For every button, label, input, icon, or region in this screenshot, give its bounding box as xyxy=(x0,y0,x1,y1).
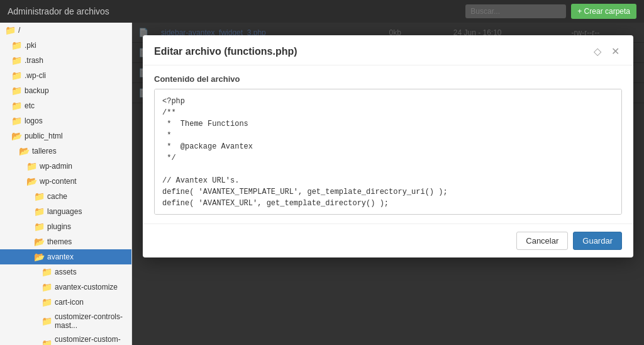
sidebar-item-languages[interactable]: 📁 languages xyxy=(0,204,131,219)
edit-file-modal: Editar archivo (functions.php) ◇ ✕ Conte… xyxy=(143,35,633,257)
folder-icon: 📁 xyxy=(42,316,52,326)
modal-header-icons: ◇ ✕ xyxy=(591,44,622,59)
top-bar: Administrador de archivos + Crear carpet… xyxy=(0,0,644,23)
sidebar-item-plugins[interactable]: 📁 plugins xyxy=(0,219,131,234)
folder-icon: 📁 xyxy=(34,206,45,217)
sidebar-item-customizer-controls[interactable]: 📁 customizer-controls-mast... xyxy=(0,310,131,332)
sidebar-item-public-html[interactable]: 📂 public_html xyxy=(0,128,131,144)
sidebar-item-avantex[interactable]: 📂 avantex xyxy=(0,249,131,264)
folder-icon: 📁 xyxy=(34,191,45,201)
app-title: Administrador de archivos xyxy=(8,6,109,16)
modal-close-button[interactable]: ✕ xyxy=(609,44,622,59)
sidebar-item-root[interactable]: 📁 / xyxy=(0,23,131,38)
modal-section-label: Contenido del archivo xyxy=(154,74,622,84)
folder-icon: 📁 xyxy=(26,161,37,171)
cancel-button[interactable]: Cancelar xyxy=(516,232,568,250)
sidebar-item-customizer-custom[interactable]: 📁 customizer-custom-contro... xyxy=(0,332,131,345)
folder-icon: 📁 xyxy=(11,71,22,81)
modal-overlay: Editar archivo (functions.php) ◇ ✕ Conte… xyxy=(132,23,644,345)
modal-footer: Cancelar Guardar xyxy=(143,223,633,257)
folder-icon: 📁 xyxy=(11,101,22,111)
modal-body: Contenido del archivo xyxy=(143,65,633,223)
modal-title: Editar archivo (functions.php) xyxy=(154,46,297,57)
folder-icon: 📁 xyxy=(11,55,22,65)
folder-icon: 📁 xyxy=(42,282,52,292)
sidebar: 📁 / 📁 .pki 📁 .trash 📁 .wp-cli 📁 backup 📁… xyxy=(0,23,132,345)
modal-code-icon[interactable]: ◇ xyxy=(591,44,604,59)
sidebar-item-pki[interactable]: 📁 .pki xyxy=(0,38,131,53)
folder-icon: 📁 xyxy=(11,86,22,96)
code-editor[interactable] xyxy=(154,89,622,215)
folder-open-icon: 📁 xyxy=(5,25,16,35)
folder-icon: 📁 xyxy=(11,116,22,126)
sidebar-item-assets[interactable]: 📁 assets xyxy=(0,264,131,280)
sidebar-item-themes[interactable]: 📂 themes xyxy=(0,234,131,249)
create-folder-button[interactable]: + Crear carpeta xyxy=(571,4,636,19)
sidebar-item-wp-admin[interactable]: 📁 wp-admin xyxy=(0,159,131,174)
folder-open-icon: 📂 xyxy=(34,237,45,247)
main-layout: 📁 / 📁 .pki 📁 .trash 📁 .wp-cli 📁 backup 📁… xyxy=(0,23,644,345)
sidebar-item-avantex-customize[interactable]: 📁 avantex-customize xyxy=(0,280,131,295)
folder-icon: 📁 xyxy=(11,40,22,50)
folder-icon: 📁 xyxy=(42,339,52,345)
sidebar-item-trash[interactable]: 📁 .trash xyxy=(0,53,131,68)
folder-open-icon: 📂 xyxy=(34,252,45,262)
sidebar-item-wpcli[interactable]: 📁 .wp-cli xyxy=(0,68,131,83)
sidebar-item-backup[interactable]: 📁 backup xyxy=(0,83,131,98)
sidebar-item-etc[interactable]: 📁 etc xyxy=(0,98,131,113)
save-button[interactable]: Guardar xyxy=(573,232,622,250)
sidebar-item-wp-content[interactable]: 📂 wp-content xyxy=(0,174,131,189)
sidebar-item-logos[interactable]: 📁 logos xyxy=(0,113,131,128)
folder-open-icon: 📂 xyxy=(11,131,22,141)
folder-icon: 📁 xyxy=(42,267,52,277)
modal-header: Editar archivo (functions.php) ◇ ✕ xyxy=(143,35,633,65)
search-input[interactable] xyxy=(465,4,566,18)
folder-open-icon: 📂 xyxy=(26,176,37,186)
sidebar-item-cart-icon[interactable]: 📁 cart-icon xyxy=(0,295,131,310)
sidebar-item-talleres[interactable]: 📂 talleres xyxy=(0,144,131,159)
sidebar-item-cache[interactable]: 📁 cache xyxy=(0,189,131,204)
file-area: 📄 sidebar-avantex_fwidget_3.php 0kb 24 J… xyxy=(132,23,644,345)
folder-open-icon: 📂 xyxy=(19,146,30,156)
folder-icon: 📁 xyxy=(34,222,45,232)
folder-icon: 📁 xyxy=(42,297,52,307)
top-bar-actions: + Crear carpeta xyxy=(465,4,636,19)
